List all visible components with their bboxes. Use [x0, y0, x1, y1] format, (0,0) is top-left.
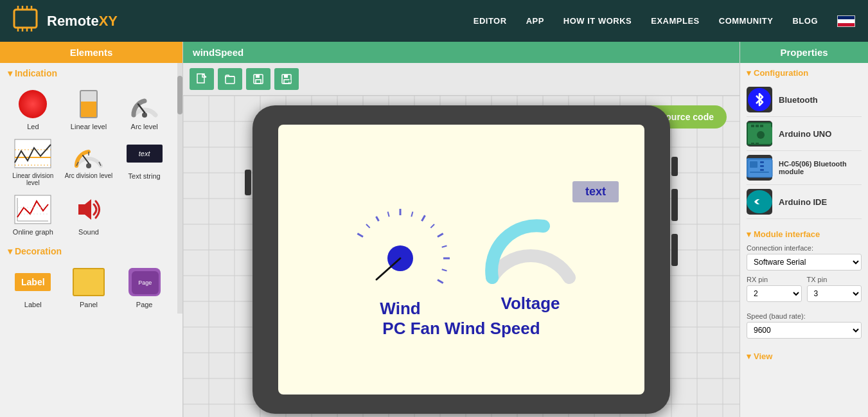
- nav-editor[interactable]: EDITOR: [474, 16, 507, 26]
- sound-icon: [69, 191, 108, 227]
- tx-pin-select[interactable]: 3 245: [807, 285, 862, 302]
- linear-division-icon: [13, 136, 52, 171]
- indication-grid: Led Linear level: [0, 81, 177, 241]
- text-badge: text: [572, 181, 619, 202]
- hc05-config-icon: [747, 155, 772, 181]
- svg-rect-54: [756, 125, 759, 127]
- svg-rect-28: [226, 76, 235, 84]
- element-online-graph[interactable]: Online graph: [8, 191, 58, 236]
- led-icon: [13, 86, 52, 121]
- properties-panel: Properties ▾ Configuration Bluetooth: [740, 42, 868, 417]
- element-text-string[interactable]: text Text string: [119, 136, 170, 186]
- online-graph-icon: [13, 191, 52, 227]
- decoration-grid: Label Label Panel: [0, 259, 177, 314]
- arduino-uno-config-label: Arduino UNO: [779, 129, 831, 139]
- speed-baud-select[interactable]: 9600 192003840057600115200: [747, 322, 862, 339]
- toolbar-save-as-btn[interactable]: [274, 68, 299, 90]
- toolbar-open-btn[interactable]: [218, 68, 242, 90]
- svg-rect-34: [284, 80, 289, 84]
- header: RemoteXY EDITOR APP HOW IT WORKS EXAMPLE…: [0, 0, 868, 42]
- svg-point-58: [757, 131, 765, 139]
- arc-level-icon: [125, 86, 164, 121]
- canvas-header: windSpeed: [183, 42, 740, 63]
- nav-app[interactable]: APP: [526, 16, 544, 26]
- bottom-title: PC Fan Wind Speed: [382, 319, 540, 339]
- element-linear-division[interactable]: Linear division level: [8, 136, 58, 186]
- svg-line-38: [366, 224, 369, 227]
- nav-how-it-works[interactable]: HOW IT WORKS: [563, 16, 632, 26]
- nav-community[interactable]: COMMUNITY: [719, 16, 774, 26]
- svg-point-18: [86, 163, 91, 168]
- toolbar-save-btn[interactable]: [246, 68, 270, 90]
- svg-rect-60: [750, 161, 757, 168]
- element-label[interactable]: Label Label: [8, 264, 58, 308]
- element-panel[interactable]: Panel: [64, 264, 114, 308]
- hc05-config-label: HC-05(06) Bluetooth module: [779, 160, 862, 175]
- element-page[interactable]: Page Page Page: [119, 264, 170, 308]
- sound-label: Sound: [78, 228, 99, 236]
- svg-rect-63: [760, 169, 764, 171]
- rx-tx-row: RX pin 2 345 TX pin 3 245: [747, 276, 862, 307]
- svg-marker-25: [78, 199, 91, 220]
- svg-line-39: [376, 217, 378, 221]
- arduino-ide-config-label: Arduino IDE: [779, 197, 827, 207]
- element-arc-level[interactable]: Arc level: [119, 86, 170, 130]
- panel-label: Panel: [80, 301, 98, 308]
- language-flag[interactable]: [837, 15, 855, 27]
- svg-rect-55: [760, 125, 763, 127]
- section-indication: ▾ Indication: [0, 63, 177, 81]
- rx-pin-label: RX pin: [747, 276, 802, 283]
- svg-rect-0: [14, 10, 37, 28]
- module-interface-section: ▾ Module interface Connection interface:…: [740, 224, 868, 349]
- svg-line-45: [438, 233, 443, 236]
- config-item-arduino-uno[interactable]: Arduino UNO: [747, 117, 862, 151]
- connection-interface-select[interactable]: Software Serial Hardware Serial Bluetoot…: [747, 254, 862, 271]
- logo-text: RemoteXY: [47, 13, 118, 30]
- online-graph-label: Online graph: [13, 228, 53, 236]
- canvas-grid[interactable]: Get source code text: [183, 96, 740, 417]
- svg-rect-61: [760, 161, 764, 163]
- nav-examples[interactable]: EXAMPLES: [651, 16, 700, 26]
- text-string-icon: text: [125, 136, 164, 171]
- connection-interface-group: Connection interface: Software Serial Ha…: [747, 244, 862, 271]
- nav-blog[interactable]: BLOG: [792, 16, 818, 26]
- element-sound[interactable]: Sound: [64, 191, 114, 236]
- connection-interface-label: Connection interface:: [747, 244, 862, 252]
- arduino-ide-icon: [747, 190, 772, 213]
- canvas-tab-title: windSpeed: [193, 47, 244, 58]
- wind-gauge-container: Wind: [344, 202, 457, 319]
- logo[interactable]: RemoteXY: [13, 4, 118, 38]
- view-section: ▾ View: [740, 349, 868, 364]
- configuration-section: ▾ Configuration Bluetooth: [740, 63, 868, 224]
- tx-pin-group: TX pin 3 245: [807, 276, 862, 302]
- toolbar-new-btn[interactable]: [190, 68, 214, 90]
- configuration-title: ▾ Configuration: [747, 68, 862, 78]
- arc-division-label: Arc division level: [65, 172, 112, 179]
- element-arc-division[interactable]: Arc division level: [64, 136, 114, 186]
- arc-level-label: Arc level: [131, 123, 158, 130]
- rx-pin-select[interactable]: 2 345: [747, 285, 802, 302]
- main-nav: EDITOR APP HOW IT WORKS EXAMPLES COMMUNI…: [474, 15, 855, 27]
- svg-rect-33: [284, 75, 288, 78]
- element-led[interactable]: Led: [8, 86, 58, 130]
- config-item-bluetooth[interactable]: Bluetooth: [747, 83, 862, 117]
- phone-side-btn-left: [245, 170, 251, 195]
- voltage-arc-gauge: [483, 207, 579, 290]
- arduino-uno-icon: [747, 122, 772, 145]
- svg-rect-64: [750, 172, 769, 173]
- svg-rect-56: [751, 143, 754, 145]
- panel-icon: [69, 264, 108, 299]
- config-item-hc05[interactable]: HC-05(06) Bluetooth module: [747, 151, 862, 185]
- view-title: ▾ View: [747, 351, 862, 361]
- linear-level-label: Linear level: [71, 123, 107, 130]
- config-item-arduino-ide[interactable]: Arduino IDE: [747, 185, 862, 219]
- module-arrow: ▾: [747, 229, 751, 239]
- arc-division-icon: [69, 136, 108, 171]
- element-linear-level[interactable]: Linear level: [64, 86, 114, 130]
- svg-line-48: [441, 269, 447, 271]
- phone-side-btn-right2: [671, 189, 678, 221]
- logo-xy: XY: [99, 13, 118, 29]
- linear-division-label: Linear division level: [8, 172, 58, 186]
- sidebar-scrollbar[interactable]: [177, 63, 182, 314]
- svg-rect-62: [760, 165, 764, 167]
